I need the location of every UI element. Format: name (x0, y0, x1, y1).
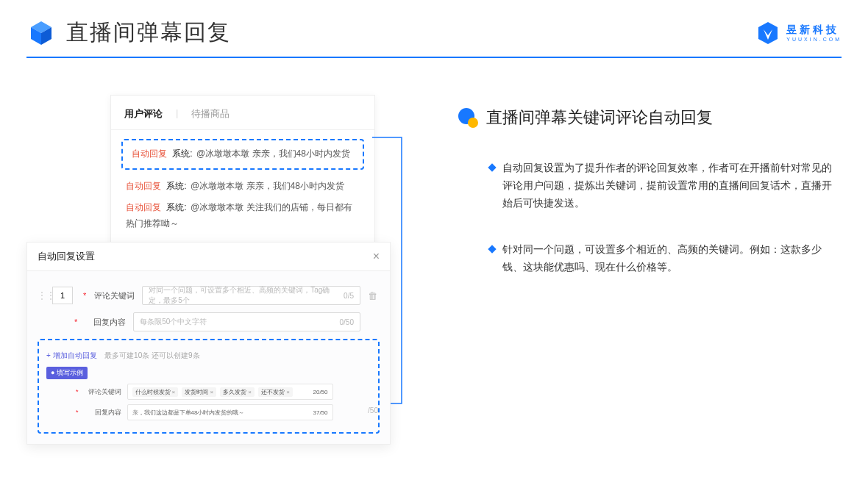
page-header: 直播间弹幕回复 昱新科技 YUUXIN.COM (0, 0, 868, 48)
section-header: 直播间弹幕关键词评论自动回复 (457, 107, 842, 129)
cube-icon (26, 18, 56, 48)
content-label: 回复内容 (85, 317, 126, 328)
bullet-text: 自动回复设置为了提升作者的评论回复效率，作者可在开播前针对常见的评论用户问题，提… (502, 159, 842, 212)
keyword-counter: 0/5 (344, 292, 354, 300)
auto-reply-tag: 自动回复 (126, 181, 161, 191)
example-content-counter: 37/50 (313, 409, 327, 416)
diamond-icon (488, 245, 496, 254)
section-title: 直播间弹幕关键词评论自动回复 (486, 107, 713, 129)
required-star: * (76, 409, 79, 416)
keyword-placeholder: 对同一个问题，可设置多个相近、高频的关键词，Tag确定，最多5个 (149, 285, 344, 306)
tab-user-comments[interactable]: 用户评论 (124, 107, 163, 126)
content-placeholder: 每条限50个中文字符 (140, 317, 207, 327)
bullet-list: 自动回复设置为了提升作者的评论回复效率，作者可在开播前针对常见的评论用户问题，提… (457, 159, 842, 276)
example-content-row: * 回复内容 亲，我们这边都是下单48小时内发货的哦～ 37/50 (46, 404, 371, 420)
system-tag: 系统: (166, 202, 186, 212)
auto-reply-tag: 自动回复 (126, 202, 161, 212)
example-badge: ● 填写示例 (46, 367, 88, 379)
sequence-input[interactable] (52, 287, 73, 304)
required-star: * (83, 291, 86, 300)
tag-remove-icon[interactable]: × (248, 389, 252, 395)
example-content-input[interactable]: 亲，我们这边都是下单48小时内发货的哦～ 37/50 (127, 404, 333, 420)
tag-chip[interactable]: 多久发货× (220, 387, 255, 397)
trash-icon[interactable]: 🗑 (368, 290, 380, 301)
add-auto-reply-link[interactable]: + 增加自动回复 (46, 351, 97, 359)
example-keyword-label: 评论关键词 (85, 387, 121, 397)
keyword-input[interactable]: 对同一个问题，可设置多个相近、高频的关键词，Tag确定，最多5个 0/5 (142, 286, 360, 305)
auto-reply-settings-panel: 自动回复设置 × ⋮⋮ * 评论关键词 对同一个问题，可设置多个相近、高频的关键… (26, 242, 391, 445)
example-content-value: 亲，我们这边都是下单48小时内发货的哦～ (132, 409, 245, 417)
tag-chip[interactable]: 还不发货× (258, 387, 293, 397)
add-hint: 最多可建10条 还可以创建9条 (104, 351, 199, 359)
keyword-label: 评论关键词 (93, 290, 135, 301)
tab-pending-products[interactable]: 待播商品 (191, 107, 230, 126)
highlighted-comment: 自动回复 系统: @冰墩墩本墩 亲亲，我们48小时内发货 (121, 139, 364, 170)
tag-remove-icon[interactable]: × (172, 389, 176, 395)
keyword-row: ⋮⋮ * 评论关键词 对同一个问题，可设置多个相近、高频的关键词，Tag确定，最… (38, 286, 380, 305)
content-input[interactable]: 每条限50个中文字符 0/50 (133, 312, 360, 331)
required-star: * (76, 388, 79, 395)
logo-en: YUUXIN.COM (786, 37, 842, 42)
comment-item: 自动回复 系统: @冰墩墩本墩 亲亲，我们48小时内发货 (121, 179, 364, 195)
system-tag: 系统: (172, 148, 192, 159)
drag-handle-icon[interactable]: ⋮⋮ (38, 290, 45, 301)
settings-title: 自动回复设置 (38, 250, 95, 263)
tag-chip[interactable]: 什么时候发货× (132, 387, 179, 397)
bullet-item: 自动回复设置为了提升作者的评论回复效率，作者可在开播前针对常见的评论用户问题，提… (489, 159, 842, 212)
stray-counter: /50 (368, 406, 378, 415)
svg-point-5 (468, 118, 478, 128)
bullet-item: 针对同一个问题，可设置多个相近的、高频的关键词。例如：这款多少钱、这块能优惠吗、… (489, 241, 842, 276)
example-highlight-box: + 增加自动回复 最多可建10条 还可以创建9条 ● 填写示例 * 评论关键词 … (38, 339, 380, 434)
comment-item: 自动回复 系统: @冰墩墩本墩 关注我们的店铺，每日都有热门推荐呦～ (121, 200, 364, 232)
bullet-text: 针对同一个问题，可设置多个相近的、高频的关键词。例如：这款多少钱、这块能优惠吗、… (502, 241, 842, 276)
logo-cn: 昱新科技 (786, 24, 842, 37)
system-tag: 系统: (166, 181, 186, 191)
tab-divider: | (176, 107, 178, 126)
tag-remove-icon[interactable]: × (210, 389, 213, 395)
company-logo: 昱新科技 YUUXIN.COM (755, 21, 842, 46)
content-row: * 回复内容 每条限50个中文字符 0/50 (38, 312, 380, 331)
example-keyword-row: * 评论关键词 什么时候发货× 发货时间× 多久发货× 还不发货× 20/50 (46, 384, 371, 400)
example-keyword-counter: 20/50 (313, 389, 327, 395)
auto-reply-tag: 自动回复 (132, 148, 167, 159)
page-title: 直播间弹幕回复 (66, 18, 231, 48)
close-icon[interactable]: × (373, 250, 380, 263)
diamond-icon (488, 163, 496, 171)
required-star: * (74, 317, 77, 326)
comments-tabs: 用户评论 | 待播商品 (111, 107, 374, 130)
tag-list: 什么时候发货× 发货时间× 多久发货× 还不发货× (132, 387, 295, 397)
tag-remove-icon[interactable]: × (286, 389, 290, 395)
example-keyword-input[interactable]: 什么时候发货× 发货时间× 多久发货× 还不发货× 20/50 (127, 384, 333, 400)
chat-bubble-icon (457, 107, 479, 129)
content-counter: 0/50 (340, 318, 354, 326)
comment-text: @冰墩墩本墩 亲亲，我们48小时内发货 (196, 148, 350, 159)
example-content-label: 回复内容 (85, 408, 121, 417)
tag-chip[interactable]: 发货时间× (182, 387, 216, 397)
comment-text: @冰墩墩本墩 亲亲，我们48小时内发货 (191, 181, 344, 191)
